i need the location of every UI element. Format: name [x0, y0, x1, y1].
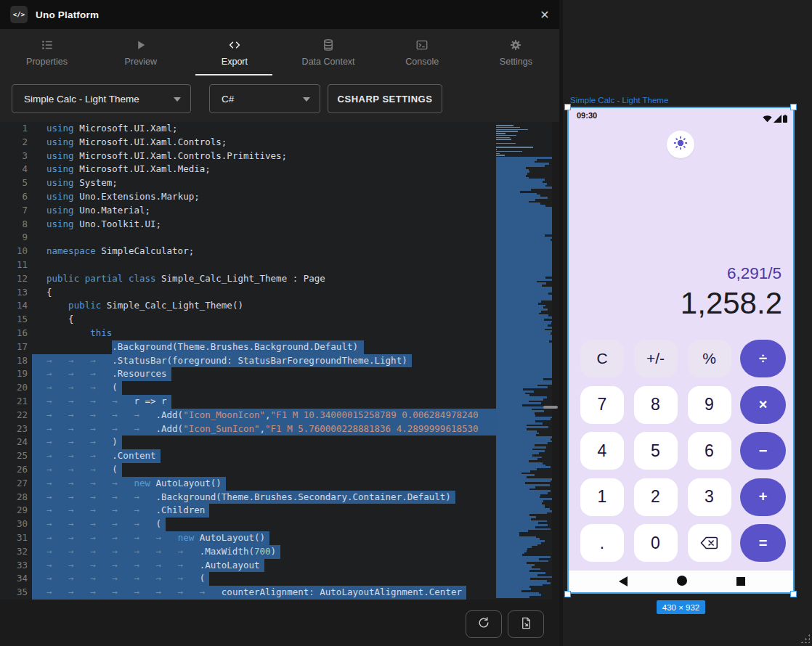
- home-icon[interactable]: [677, 576, 687, 586]
- line-number: 21: [0, 395, 28, 409]
- key-equals[interactable]: =: [740, 524, 786, 562]
- selection-handle-bottom-left[interactable]: [564, 591, 571, 597]
- phone-status-bar: 09:30: [569, 108, 793, 124]
- code-text: this: [46, 327, 112, 340]
- properties-icon: [41, 38, 54, 52]
- tab-console[interactable]: Console: [375, 29, 469, 75]
- key-digit-1[interactable]: 1: [580, 478, 624, 516]
- code-line: 10namespace SimpleCalculator;: [0, 245, 496, 258]
- key-digit-2[interactable]: 2: [634, 478, 678, 516]
- tab-export[interactable]: Export: [187, 29, 281, 75]
- line-number: 35: [0, 586, 28, 600]
- recents-icon[interactable]: [736, 577, 745, 586]
- selection-handle-bottom-right[interactable]: [790, 591, 797, 597]
- window-resize-grip[interactable]: [800, 634, 810, 643]
- export-toolbar: Simple Calc - Light Theme C# CSHARP SETT…: [0, 75, 563, 122]
- line-number: 26: [0, 463, 28, 477]
- code-text: using Uno.Material;: [46, 204, 150, 218]
- line-number: 8: [0, 218, 28, 232]
- key-plus[interactable]: +: [740, 478, 786, 516]
- code-text: → → → → → .Add("Icon_SunIcon","F1 M 5.76…: [46, 422, 479, 436]
- code-text: → → → → → → → (: [46, 572, 205, 586]
- code-line: 14 public Simple_Calc_Light_Theme(): [0, 299, 496, 313]
- code-text: {: [46, 286, 52, 300]
- code-line: 5using System;: [0, 176, 496, 190]
- key-minus[interactable]: −: [740, 432, 786, 470]
- status-icons: [763, 113, 787, 126]
- sun-icon: [673, 135, 689, 154]
- line-number: 19: [0, 367, 28, 381]
- back-icon[interactable]: [619, 576, 628, 586]
- language-select-value: C#: [222, 94, 234, 105]
- theme-toggle-button[interactable]: [667, 131, 694, 158]
- key-digit-7[interactable]: 7: [580, 386, 624, 424]
- key-percent[interactable]: %: [688, 340, 731, 377]
- code-text: → → → → → .Children: [46, 504, 205, 518]
- line-number: 2: [0, 136, 28, 150]
- key-digit-5[interactable]: 5: [634, 432, 678, 470]
- key-digit-3[interactable]: 3: [688, 478, 731, 516]
- line-number: 5: [0, 176, 28, 190]
- line-number: 14: [0, 299, 28, 313]
- line-number: 15: [0, 313, 28, 327]
- code-text: → → → → → → → .AutoLayout: [46, 559, 260, 573]
- chevron-down-icon: [174, 97, 181, 102]
- line-number: 18: [0, 354, 28, 368]
- line-number: 1: [0, 122, 28, 136]
- backspace-icon: [699, 535, 720, 551]
- code-line: 12public partial class Simple_Calc_Light…: [0, 272, 496, 286]
- key-digit-8[interactable]: 8: [634, 386, 678, 424]
- key-digit-6[interactable]: 6: [688, 432, 731, 470]
- key-multiply[interactable]: ×: [740, 386, 786, 424]
- size-badge: 430 × 932: [657, 600, 705, 614]
- selection-handle-top-right[interactable]: [790, 104, 797, 110]
- code-text: .Background(Theme.Brushes.Background.Def…: [46, 340, 358, 354]
- line-number: 24: [0, 436, 28, 449]
- key-clear[interactable]: C: [580, 340, 624, 377]
- code-editor[interactable]: 35→ → → → → → → → counterAlignment: Auto…: [0, 122, 563, 600]
- code-line: 24→ → → ): [0, 436, 496, 449]
- code-text: using Microsoft.UI.Xaml;: [46, 122, 178, 136]
- export-icon: [227, 38, 242, 52]
- csharp-settings-button[interactable]: CSHARP SETTINGS: [328, 84, 442, 113]
- panel-resize-handle[interactable]: [543, 406, 558, 409]
- code-line: 2using Microsoft.UI.Xaml.Controls;: [0, 136, 496, 150]
- code-text: public partial class Simple_Calc_Light_T…: [46, 272, 325, 286]
- editor-minimap[interactable]: [496, 122, 552, 600]
- refresh-button[interactable]: [466, 610, 502, 638]
- code-line: 1using Microsoft.UI.Xaml;: [0, 122, 496, 136]
- key-digit-9[interactable]: 9: [688, 386, 731, 424]
- phone-preview[interactable]: 09:30 6,291/5 1,258.2 C+/-%÷789×456−123+…: [567, 107, 795, 594]
- theme-select[interactable]: Simple Calc - Light Theme: [12, 84, 191, 113]
- code-line: 17 .Background(Theme.Brushes.Background.…: [0, 340, 496, 354]
- key-decimal[interactable]: .: [580, 524, 624, 562]
- line-number: 34: [0, 572, 28, 586]
- code-line: 3using Microsoft.UI.Xaml.Controls.Primit…: [0, 150, 496, 163]
- selection-handle-top-left[interactable]: [564, 104, 571, 110]
- tab-settings[interactable]: Settings: [469, 29, 563, 75]
- code-line: 21→ → → → r => r: [0, 395, 496, 409]
- key-digit-4[interactable]: 4: [580, 432, 624, 470]
- key-plus-minus[interactable]: +/-: [634, 340, 678, 377]
- export-file-button[interactable]: [508, 610, 544, 638]
- code-text: → → → (: [46, 463, 118, 477]
- language-select[interactable]: C#: [209, 84, 320, 113]
- line-number: 10: [0, 245, 28, 258]
- code-line: 34→ → → → → → → (: [0, 572, 496, 586]
- code-line: 23→ → → → → .Add("Icon_SunIcon","F1 M 5.…: [0, 422, 496, 436]
- line-number: 20: [0, 381, 28, 395]
- tab-data-context[interactable]: Data Context: [282, 29, 375, 75]
- tab-preview[interactable]: Preview: [94, 29, 187, 75]
- line-number: 6: [0, 190, 28, 204]
- refresh-icon: [476, 616, 491, 633]
- code-line: 20→ → → (: [0, 381, 496, 395]
- line-number: 28: [0, 491, 28, 504]
- line-number: 12: [0, 272, 28, 286]
- key-backspace[interactable]: [688, 524, 731, 562]
- key-digit-0[interactable]: 0: [634, 524, 678, 562]
- wifi-icon: [763, 113, 772, 126]
- code-line: 29→ → → → → .Children: [0, 504, 496, 518]
- tab-properties[interactable]: Properties: [0, 29, 94, 75]
- key-divide[interactable]: ÷: [740, 340, 786, 377]
- close-icon[interactable]: ✕: [537, 7, 553, 23]
